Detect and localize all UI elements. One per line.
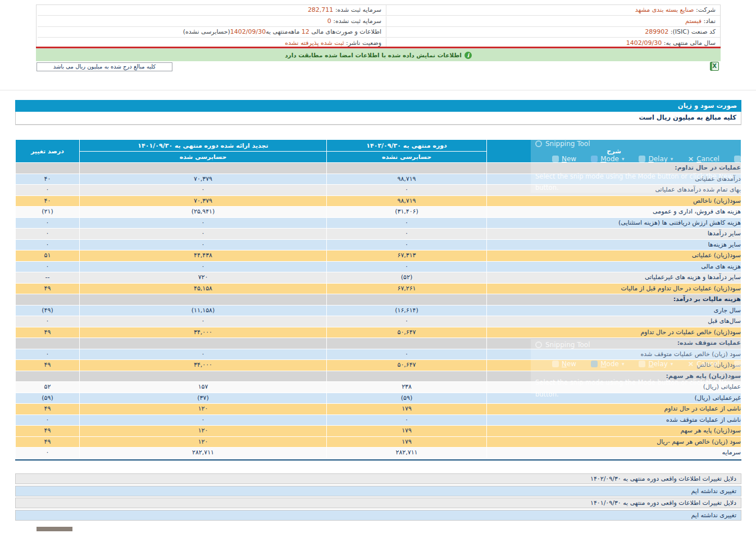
- row-label-cell: هزینه های مالی: [487, 262, 741, 272]
- income-statement-table: شرح دوره منتهی به ۱۴۰۲/۰۹/۳۰ تجدید ارائه…: [15, 139, 741, 461]
- change-percent-cell: ۰: [16, 448, 79, 458]
- row-label-cell: هزینه های فروش، اداری و عمومی: [487, 207, 741, 217]
- table-row: سود (زیان) خالص هر سهم -ریال۱۷۹۱۲۰۴۹: [16, 437, 741, 448]
- current-value-cell: ۹۸,۷۱۹: [327, 196, 486, 207]
- row-label-cell: سال جاری: [487, 306, 741, 316]
- current-value-cell: [327, 338, 486, 349]
- current-value-cell: ۶۷,۳۱۳: [327, 250, 486, 261]
- current-value-cell: ۰: [327, 185, 486, 195]
- change-percent-cell: ۰: [16, 262, 79, 272]
- bottom-partial-button[interactable]: [37, 527, 72, 531]
- table-row: هزینه های مالی۰۰۰: [16, 262, 741, 272]
- row-label-cell: سایر درآمدها: [487, 229, 741, 239]
- change-percent-cell: ۰: [16, 316, 79, 327]
- current-value-cell: (۵۲): [327, 272, 486, 283]
- company-value: صنایع بسته بندی مشهد: [635, 6, 694, 13]
- info-icon: i: [464, 52, 472, 59]
- unregistered-capital-value: 0: [327, 17, 331, 25]
- row-label-cell: غیرعملیاتی (ریال): [487, 393, 741, 404]
- table-row: بهای تمام شده درآمدهای عملیاتی۰۰۰: [16, 185, 741, 195]
- table-row: عملیات متوقف شده:: [16, 338, 741, 349]
- prior-value-cell: ۰: [80, 349, 326, 360]
- row-label-cell: سرمایه: [487, 448, 741, 458]
- current-value-cell: ۰: [327, 316, 486, 327]
- current-value-cell: ۵۰,۶۴۷: [327, 360, 486, 371]
- row-label-cell: درآمدهای عملیاتی: [487, 174, 741, 185]
- current-value-cell: ۲۸۲,۷۱۱: [327, 448, 486, 458]
- signature-match-alert: i اطلاعات نمایش داده شده با اطلاعات امضا…: [36, 49, 721, 61]
- change-percent-cell: [16, 338, 79, 349]
- prior-value-cell: ۴۵,۱۵۸: [80, 284, 326, 294]
- table-row: سود(زیان) خالص عملیات در حال تداوم۵۰,۶۴۷…: [16, 327, 741, 338]
- current-value-cell: ۹۸,۷۱۹: [327, 174, 486, 185]
- table-row: هزینه کاهش ارزش دریافتنی ها (هزینه استثن…: [16, 218, 741, 229]
- table-row: سایر هزینه‌ها۰۰۰: [16, 240, 741, 250]
- row-label-cell: سود(زیان) عملیات در حال تداوم قبل از مال…: [487, 284, 741, 294]
- table-row: سود(زیان) عملیاتی۶۷,۳۱۳۴۴,۴۳۸۵۱: [16, 250, 741, 261]
- row-label-cell: هزینه مالیات بر درآمد:: [487, 294, 741, 305]
- prior-value-cell: ۰: [80, 316, 326, 327]
- prior-value-cell: ۰: [80, 240, 326, 250]
- header-description: شرح: [487, 140, 741, 162]
- table-row: عملیات در حال تداوم:: [16, 163, 741, 174]
- change-percent-cell: ۰: [16, 349, 79, 360]
- row-label-cell: سود (زیان) خالص عملیات متوقف شده: [487, 349, 741, 360]
- prior-value-cell: (۲۵,۹۴۱): [80, 207, 326, 217]
- current-value-cell: (۳۱,۴۰۶): [327, 207, 486, 217]
- row-label-cell: عملیات در حال تداوم:: [487, 163, 741, 174]
- table-row: ناشی از عملیات در حال تداوم۱۷۹۱۲۰۴۹: [16, 404, 741, 414]
- row-label-cell: سود(زیان) خالص: [487, 360, 741, 371]
- current-value-cell: ۲۳۸: [327, 382, 486, 393]
- company-name-row: شرکت: صنایع بسته بندی مشهد: [386, 5, 720, 16]
- table-row: غیرعملیاتی (ریال)(۵۹)(۳۷)(۵۹): [16, 393, 741, 404]
- table-row: هزینه مالیات بر درآمد:: [16, 294, 741, 305]
- ticker-label: نماد:: [704, 17, 716, 25]
- company-info-panel: شرکت: صنایع بسته بندی مشهد سرمایه ثبت شد…: [36, 4, 721, 49]
- footnote-row: دلایل تغییرات اطلاعات واقعی دوره منتهی ب…: [15, 473, 741, 484]
- change-percent-cell: ۴۹: [16, 284, 79, 294]
- row-label-cell: عملیاتی (ریال): [487, 382, 741, 393]
- current-value-cell: [327, 371, 486, 382]
- change-percent-cell: [16, 163, 79, 174]
- footnote-row: دلایل تغییرات اطلاعات واقعی دوره منتهی ب…: [15, 498, 741, 508]
- change-percent-cell: ۰: [16, 240, 79, 250]
- change-percent-cell: [16, 294, 79, 305]
- change-percent-cell: ۴۹: [16, 426, 79, 436]
- prior-value-cell: ۳۴,۰۰۰: [80, 360, 326, 371]
- prior-value-cell: ۰: [80, 185, 326, 195]
- change-percent-cell: ۴۰: [16, 196, 79, 207]
- change-percent-cell: [16, 371, 79, 382]
- alert-text: اطلاعات نمایش داده شده با اطلاعات امضا ش…: [285, 52, 462, 58]
- prior-value-cell: ۷۰,۳۷۹: [80, 174, 326, 185]
- header-current-audit-status: حسابرسی نشده: [327, 152, 486, 162]
- table-row: سایر درآمدها و هزینه های غیرعملیاتی(۵۲)۷…: [16, 272, 741, 283]
- company-label: شرکت:: [696, 6, 716, 13]
- footnote-row: تغییری نداشته ایم: [15, 510, 741, 521]
- row-label-cell: هزینه کاهش ارزش دریافتنی ها (هزینه استثن…: [487, 218, 741, 229]
- current-value-cell: ۰: [327, 240, 486, 250]
- change-percent-cell: ۵۲: [16, 382, 79, 393]
- statement-units-note: کلیه مبالغ به میلیون ریال است: [15, 112, 741, 125]
- prior-value-cell: ۰: [80, 415, 326, 426]
- prior-value-cell: ۱۲۰: [80, 404, 326, 414]
- current-value-cell: ۰: [327, 229, 486, 239]
- prior-value-cell: [80, 163, 326, 174]
- unregistered-capital-label: سرمایه ثبت نشده:: [333, 17, 381, 25]
- change-percent-cell: ۴۹: [16, 437, 79, 448]
- row-label-cell: عملیات متوقف شده:: [487, 338, 741, 349]
- current-value-cell: ۰: [327, 349, 486, 360]
- units-note-box: کلیه مبالغ درج شده به میلیون ریال می باش…: [37, 62, 172, 71]
- report-period-prefix: اطلاعات و صورت‌های مالی: [311, 28, 381, 35]
- table-row: سایر درآمدها۰۰۰: [16, 229, 741, 239]
- prior-value-cell: ۴۴,۴۳۸: [80, 250, 326, 261]
- table-row: سود (زیان) خالص عملیات متوقف شده۰۰۰: [16, 349, 741, 360]
- row-label-cell: سود(زیان) پایه هر سهم: [487, 426, 741, 436]
- row-label-cell: سایر درآمدها و هزینه های غیرعملیاتی: [487, 272, 741, 283]
- excel-export-icon[interactable]: X: [710, 62, 719, 71]
- red-divider: [36, 47, 721, 48]
- statement-title-bar: صورت سود و زیان: [15, 100, 741, 112]
- current-value-cell: ۱۷۹: [327, 426, 486, 436]
- row-label-cell: سود(زیان) ناخالص: [487, 196, 741, 207]
- row-label-cell: سود (زیان) خالص هر سهم -ریال: [487, 437, 741, 448]
- change-percent-cell: (۲۱): [16, 207, 79, 217]
